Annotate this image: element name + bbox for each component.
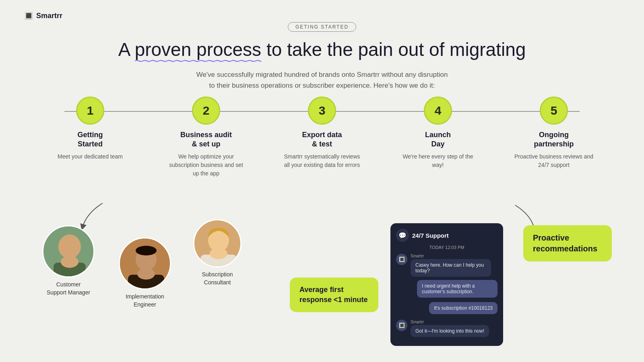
step-3-desc: Smartrr systematically reviews all your … xyxy=(282,152,362,169)
team-member-3: SubscriptionConsultant xyxy=(193,219,242,286)
step-4-title: LaunchDay xyxy=(425,130,451,149)
step-4: 4 LaunchDay We're here every step of the… xyxy=(380,97,496,169)
person-silhouette-2 xyxy=(120,239,171,290)
subtitle: We've successfully migrated hundred of b… xyxy=(0,69,644,91)
consultant-label: SubscriptionConsultant xyxy=(193,271,242,286)
title-part2: to take the pain out of migrating xyxy=(261,39,526,60)
chat-timestamp: TODAY 12:03 PM xyxy=(396,245,497,250)
title-highlight: proven process xyxy=(135,39,262,60)
step-2-desc: We help optimize your subscription busin… xyxy=(166,152,246,178)
step-5: 5 Ongoingpartnership Proactive business … xyxy=(496,97,612,169)
chat-avatar-smartrr-2: 🔳 xyxy=(396,320,407,331)
chat-message-3: It's subscription #10018123 xyxy=(396,302,497,317)
chat-message-1: 🔳 Smartrr Casey here. How can I help you… xyxy=(396,254,497,277)
team-member-1: CustomerSupport Manager xyxy=(42,225,95,296)
step-2-circle: 2 xyxy=(192,97,220,125)
chat-header: 💬 24/7 Support xyxy=(396,229,497,242)
person-silhouette-3 xyxy=(194,220,242,267)
svg-point-1 xyxy=(58,234,81,259)
chat-widget: 💬 24/7 Support TODAY 12:03 PM 🔳 Smartrr … xyxy=(390,223,503,346)
step-3: 3 Export data& test Smartrr systematical… xyxy=(264,97,380,169)
step-1-desc: Meet your dedicated team xyxy=(58,152,123,161)
chat-bubble-2: I need urgent help with a customer's sub… xyxy=(417,280,497,298)
avg-response-bubble: Average first response <1 minute xyxy=(290,278,378,312)
logo: 🔳 Smartrr xyxy=(24,11,62,20)
title-part1: A xyxy=(118,39,135,60)
chat-title: 24/7 Support xyxy=(412,232,449,239)
step-5-desc: Proactive business reviews and 24/7 supp… xyxy=(514,152,594,169)
chat-message-2: I need urgent help with a customer's sub… xyxy=(396,280,497,300)
engineer-label: ImplementationEngineer xyxy=(119,293,171,309)
main-title: A proven process to take the pain out of… xyxy=(118,39,526,60)
step-4-desc: We're here every step of the way! xyxy=(398,152,478,169)
step-5-title: Ongoingpartnership xyxy=(534,130,574,149)
team-member-2: ImplementationEngineer xyxy=(119,237,171,309)
step-3-title: Export data& test xyxy=(302,130,342,149)
logo-icon: 🔳 xyxy=(24,11,33,20)
person-silhouette-1 xyxy=(43,226,95,278)
step-4-circle: 4 xyxy=(424,97,452,125)
logo-text: Smartrr xyxy=(36,12,62,20)
svg-point-3 xyxy=(61,256,78,268)
step-1-circle: 1 xyxy=(76,97,104,125)
section-badge: GETING STARTED xyxy=(288,22,356,32)
step-3-circle: 3 xyxy=(308,97,336,125)
chat-bubble-1: Casey here. How can I help you today? xyxy=(411,259,491,277)
svg-point-8 xyxy=(136,246,157,255)
page-content: GETING STARTED A proven process to take … xyxy=(0,0,644,91)
step-1-title: GettingStarted xyxy=(78,130,103,149)
step-1: 1 GettingStarted Meet your dedicated tea… xyxy=(32,97,148,161)
svg-point-12 xyxy=(210,248,227,259)
steps-container: 1 GettingStarted Meet your dedicated tea… xyxy=(0,97,644,178)
chat-avatar-smartrr: 🔳 xyxy=(396,254,407,265)
step-2-title: Business audit& set up xyxy=(180,130,232,149)
proactive-bubble: Proactive recommedations xyxy=(523,225,612,261)
chat-bubble-4: Got it—I'm looking into this now! xyxy=(411,325,489,337)
manager-label: CustomerSupport Manager xyxy=(42,281,95,296)
photo-support-manager xyxy=(42,225,95,278)
photo-consultant xyxy=(193,219,242,267)
chat-sender-1: Smartrr xyxy=(411,254,491,258)
step-5-circle: 5 xyxy=(540,97,568,125)
svg-point-7 xyxy=(137,268,155,280)
step-2: 2 Business audit& set up We help optimiz… xyxy=(148,97,264,178)
chat-sender-4: Smartrr xyxy=(411,320,489,324)
chat-bubble-3: It's subscription #10018123 xyxy=(429,302,497,314)
photo-engineer xyxy=(119,237,171,290)
chat-message-4: 🔳 Smartrr Got it—I'm looking into this n… xyxy=(396,320,497,337)
chat-support-icon: 💬 xyxy=(396,229,409,242)
